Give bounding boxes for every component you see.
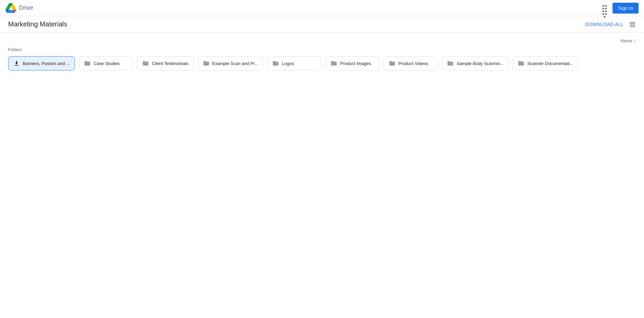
content: Name ↑ Folders Banners, Posters and ... … [0,33,644,76]
folder-item-example-scan[interactable]: Example Scan and Pr... [198,56,263,70]
folder-icon [330,60,337,67]
drive-logo-icon [5,3,16,14]
folder-name: Product Videos [398,61,428,66]
folder-icon [142,60,149,67]
folder-item-client-testimonials[interactable]: Client Testimonials [137,56,193,70]
folder-icon [84,60,91,67]
sign-in-button[interactable]: Sign in [613,3,639,14]
download-all-button[interactable]: DOWNLOAD ALL [585,22,624,27]
list-view-icon[interactable] [629,21,636,28]
folder-item-logos[interactable]: Logos [267,56,321,70]
folder-icon [447,60,454,67]
folder-name: Product Images [340,61,371,66]
folder-name: Client Testimonials [152,61,188,66]
folders-grid: Banners, Posters and ... Case Studies Cl… [8,56,636,70]
folder-icon [518,60,524,67]
app-name: Drive [19,4,33,12]
toolbar-right: DOWNLOAD ALL [585,21,636,28]
sort-arrow-icon[interactable]: ↑ [634,38,636,43]
folder-item-banners[interactable]: Banners, Posters and ... [8,56,75,70]
download-folder-icon [13,60,20,67]
header-right: Sign in [600,3,639,14]
folder-name: Example Scan and Pr... [212,61,258,66]
header-left: Drive [5,3,33,14]
toolbar: Marketing Materials DOWNLOAD ALL [0,16,644,33]
folder-icon [389,60,395,67]
folder-item-case-studies[interactable]: Case Studies [79,56,133,70]
folder-icon [272,60,279,67]
folder-item-sample-body-scanning[interactable]: Sample Body Scannin... [442,56,509,70]
folder-item-scanner-documentation[interactable]: Scanner Documentati... [513,56,578,70]
folder-name: Case Studies [93,61,120,66]
folder-name: Logos [282,61,294,66]
page-title: Marketing Materials [8,20,67,28]
sort-row: Name ↑ [8,38,636,43]
folder-name: Scanner Documentati... [527,61,573,66]
folder-item-product-images[interactable]: Product Images [325,56,380,70]
folder-item-product-videos[interactable]: Product Videos [384,56,438,70]
folder-icon [203,60,210,67]
section-label: Folders [8,47,636,52]
header: Drive Sign in [0,0,644,16]
folder-name: Sample Body Scannin... [456,61,503,66]
apps-grid-icon[interactable] [600,4,608,12]
sort-label[interactable]: Name [620,38,632,43]
folder-name: Banners, Posters and ... [23,61,70,66]
